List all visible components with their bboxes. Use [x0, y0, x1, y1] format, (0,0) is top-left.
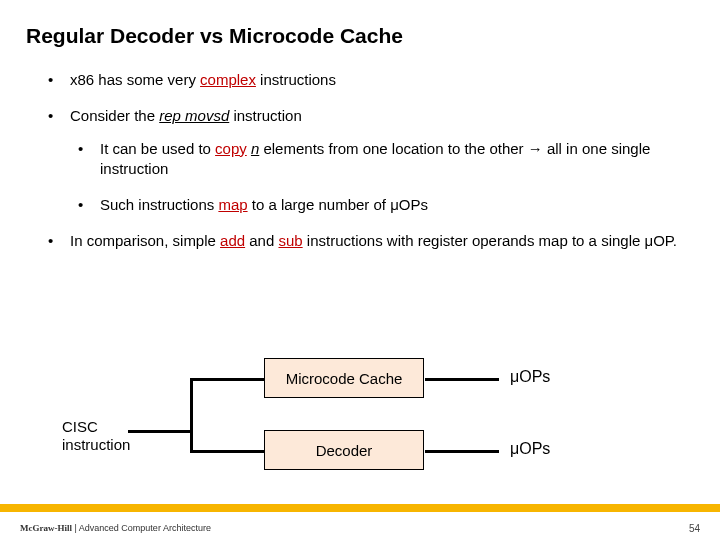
emph: complex [200, 71, 256, 88]
bullet-2a: It can be used to copy n elements from o… [70, 139, 680, 180]
connector-line [190, 450, 264, 453]
code: rep movsd [159, 107, 229, 124]
bullet-content: x86 has some very complex instructions C… [0, 48, 720, 252]
emph: add [220, 232, 245, 249]
text: Consider the [70, 107, 159, 124]
text: and [245, 232, 278, 249]
text: instructions with register operands map … [303, 232, 677, 249]
connector-line [425, 378, 499, 381]
text: In comparison, simple [70, 232, 220, 249]
page-title: Regular Decoder vs Microcode Cache [0, 0, 720, 48]
text: instruction [229, 107, 302, 124]
bullet-1: x86 has some very complex instructions [40, 70, 680, 90]
footer-accent-bar [0, 504, 720, 512]
bullet-2: Consider the rep movsd instruction It ca… [40, 106, 680, 215]
footer-source: McGraw-Hill | Advanced Computer Architec… [20, 523, 211, 534]
flow-diagram: CISC instruction Microcode Cache Decoder… [0, 330, 720, 480]
diagram-source-label: CISC instruction [62, 418, 130, 454]
bullet-2b: Such instructions map to a large number … [70, 195, 680, 215]
text: x86 has some very [70, 71, 200, 88]
uops-output-2: μOPs [510, 440, 550, 458]
decoder-box: Decoder [264, 430, 424, 470]
text: to a large number of μOPs [248, 196, 428, 213]
uops-output-1: μOPs [510, 368, 550, 386]
emph: map [218, 196, 247, 213]
connector-line [190, 378, 264, 381]
emph: sub [278, 232, 302, 249]
text: Such instructions [100, 196, 218, 213]
footer: McGraw-Hill | Advanced Computer Architec… [0, 517, 720, 540]
emph: copy [215, 140, 247, 157]
connector-line [190, 378, 193, 453]
page-number: 54 [689, 523, 700, 534]
text: It can be used to [100, 140, 215, 157]
text: instructions [256, 71, 336, 88]
footer-subtitle: | Advanced Computer Architecture [72, 523, 211, 533]
footer-publisher: McGraw-Hill [20, 523, 72, 533]
bullet-3: In comparison, simple add and sub instru… [40, 231, 680, 251]
microcode-cache-box: Microcode Cache [264, 358, 424, 398]
connector-line [425, 450, 499, 453]
connector-line [128, 430, 192, 433]
